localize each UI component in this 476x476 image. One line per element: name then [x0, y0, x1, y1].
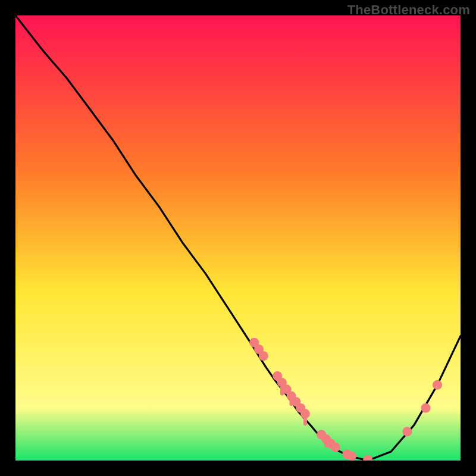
bottleneck-chart [15, 15, 461, 461]
chart-frame [15, 15, 461, 461]
marker-dot [347, 452, 356, 461]
marker-dot [421, 403, 431, 413]
marker-dot [402, 427, 412, 436]
watermark-text: TheBottleneck.com [347, 2, 470, 18]
gradient-background [15, 15, 461, 461]
marker-dot [300, 409, 310, 418]
marker-dot [259, 351, 268, 361]
marker-dot [433, 380, 442, 390]
marker-dot [331, 443, 340, 452]
